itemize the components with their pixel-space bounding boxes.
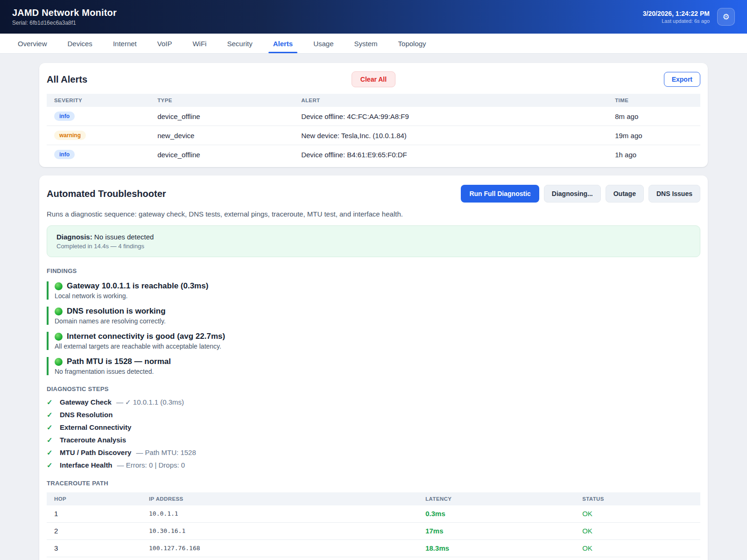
finding-item: Gateway 10.0.1.1 is reachable (0.3ms) Lo… [47, 281, 700, 300]
header-left: JAMD Network Monitor Serial: 6fb1d16ec6a… [12, 7, 117, 26]
nav-tab-label: Devices [68, 40, 92, 48]
diagnostic-steps-list: ✓ Gateway Check — ✓ 10.0.1.1 (0.3ms) ✓ D… [47, 398, 700, 469]
hop-status: OK [582, 527, 592, 535]
step-name: External Connectivity [60, 423, 131, 431]
nav-tab[interactable]: Topology [398, 34, 426, 53]
hop-ip: 10.0.1.1 [141, 505, 418, 523]
finding-item: Path MTU is 1528 — normal No fragmentati… [47, 357, 700, 375]
finding-title: DNS resolution is working [67, 307, 166, 316]
step-name: Interface Health [60, 461, 113, 469]
hop-ip: 100.120.100.30 [141, 557, 418, 560]
hop-number: 1 [47, 505, 141, 523]
col-status: STATUS [575, 492, 700, 505]
green-circle-icon [55, 308, 63, 315]
traceroute-row: 1 10.0.1.1 0.3ms OK [47, 505, 700, 523]
check-icon: ✓ [47, 398, 54, 406]
nav-tab[interactable]: Usage [313, 34, 333, 53]
step-name: Gateway Check [60, 398, 112, 406]
check-icon: ✓ [47, 411, 54, 419]
step-name: MTU / Path Discovery [60, 448, 131, 456]
header-right: 3/20/2026, 1:24:22 PM Last updated: 6s a… [643, 8, 735, 26]
alert-type: device_offline [150, 145, 294, 164]
nav-tab-label: VoIP [157, 40, 172, 48]
check-icon: ✓ [47, 423, 54, 432]
step-name: DNS Resolution [60, 411, 113, 419]
nav-tab[interactable]: Security [227, 34, 252, 53]
serial-number: Serial: 6fb1d16ec6a3a8f1 [12, 20, 117, 26]
finding-title: Gateway 10.0.1.1 is reachable (0.3ms) [67, 281, 208, 291]
page: JAMD Network Monitor Serial: 6fb1d16ec6a… [0, 0, 747, 560]
alert-type: device_offline [150, 107, 294, 126]
col-latency: LATENCY [418, 492, 575, 505]
severity-badge: info [54, 112, 75, 121]
nav-tab[interactable]: System [354, 34, 378, 53]
hop-latency: 18.3ms [425, 544, 449, 552]
traceroute-row: 2 10.30.16.1 17ms OK [47, 523, 700, 540]
green-circle-icon [55, 282, 63, 290]
green-circle-icon [55, 358, 63, 366]
troubleshooter-buttons: Run Full Diagnostic Diagnosing... Outage… [461, 185, 700, 203]
nav-bar: Overview Devices Internet VoIP WiFi Secu… [0, 34, 747, 54]
findings-label: FINDINGS [47, 267, 700, 274]
nav-tab-label: System [354, 40, 378, 48]
finding-detail: Local network is working. [55, 292, 700, 300]
check-icon: ✓ [47, 436, 54, 444]
scenario-button[interactable]: DNS Issues [648, 185, 700, 203]
step-detail: — ✓ 10.0.1.1 (0.3ms) [116, 398, 184, 406]
finding-item: DNS resolution is working Domain names a… [47, 307, 700, 325]
check-icon: ✓ [47, 461, 54, 469]
alert-time: 19m ago [607, 126, 700, 145]
finding-title: Internet connectivity is good (avg 22.7m… [67, 332, 225, 341]
hop-status: OK [582, 510, 592, 518]
green-circle-icon [55, 333, 63, 341]
finding-item: Internet connectivity is good (avg 22.7m… [47, 332, 700, 350]
export-button[interactable]: Export [664, 72, 700, 87]
diagnostic-step: ✓ External Connectivity [47, 423, 700, 432]
nav-tab-label: Alerts [273, 40, 293, 48]
nav-tab[interactable]: Internet [113, 34, 137, 53]
traceroute-row: 4 100.120.100.30 18.9ms OK [47, 557, 700, 560]
troubleshooter-title: Automated Troubleshooter [47, 189, 166, 199]
alert-text: New device: Tesla,Inc. (10.0.1.84) [294, 126, 607, 145]
diagnosis-box: Diagnosis: No issues detected Completed … [47, 225, 700, 257]
nav-tab[interactable]: Devices [68, 34, 92, 53]
scenario-button[interactable]: Outage [606, 185, 644, 203]
nav-tab-label: Topology [398, 40, 426, 48]
nav-tab[interactable]: VoIP [157, 34, 172, 53]
run-full-diagnostic-button[interactable]: Run Full Diagnostic [461, 185, 539, 203]
last-updated-label: Last updated: 6s ago [643, 18, 710, 24]
alert-row: info device_offline Device offline: 4C:F… [47, 107, 700, 126]
alert-text: Device offline: B4:61:E9:65:F0:DF [294, 145, 607, 164]
diagnostic-step: ✓ Interface Health — Errors: 0 | Drops: … [47, 461, 700, 469]
settings-button[interactable]: ⚙ [717, 8, 735, 26]
col-ip: IP ADDRESS [141, 492, 418, 505]
clear-all-button[interactable]: Clear All [352, 71, 395, 87]
alert-time: 1h ago [607, 145, 700, 164]
diagnosis-result: No issues detected [94, 233, 154, 241]
hop-number: 4 [47, 557, 141, 560]
gear-icon: ⚙ [722, 12, 729, 22]
app-header: JAMD Network Monitor Serial: 6fb1d16ec6a… [0, 0, 747, 34]
traceroute-header-row: HOP IP ADDRESS LATENCY STATUS [47, 492, 700, 505]
nav-tab-label: Internet [113, 40, 137, 48]
diagnosis-label: Diagnosis: [56, 233, 92, 241]
hop-status: OK [582, 544, 592, 552]
diagnostic-step: ✓ Traceroute Analysis [47, 436, 700, 444]
nav-tab[interactable]: WiFi [192, 34, 206, 53]
troubleshooter-card: Automated Troubleshooter Run Full Diagno… [39, 175, 708, 560]
alert-row: info device_offline Device offline: B4:6… [47, 145, 700, 164]
nav-tab[interactable]: Overview [18, 34, 47, 53]
col-time: TIME [607, 94, 700, 107]
hop-number: 3 [47, 540, 141, 557]
hop-ip: 10.30.16.1 [141, 523, 418, 540]
current-datetime: 3/20/2026, 1:24:22 PM [643, 10, 710, 17]
col-severity: SEVERITY [47, 94, 150, 107]
troubleshooter-header: Automated Troubleshooter Run Full Diagno… [47, 185, 700, 203]
severity-badge: info [54, 150, 75, 159]
alert-time: 8m ago [607, 107, 700, 126]
scenario-button[interactable]: Diagnosing... [544, 185, 601, 203]
troubleshooter-description: Runs a diagnostic sequence: gateway chec… [47, 210, 700, 218]
nav-tab[interactable]: Alerts [273, 34, 293, 53]
alert-row: warning new_device New device: Tesla,Inc… [47, 126, 700, 145]
step-detail: — Errors: 0 | Drops: 0 [117, 461, 185, 469]
